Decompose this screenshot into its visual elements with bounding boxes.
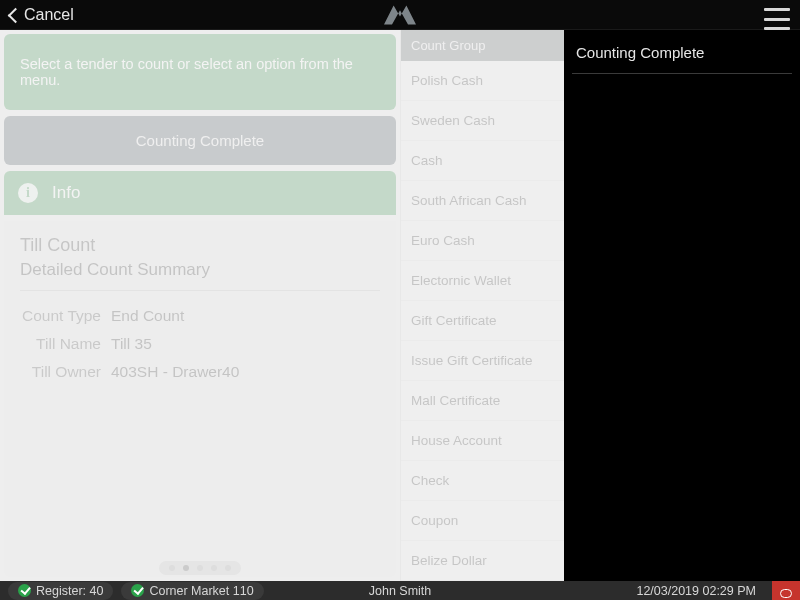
till-owner-label: Till Owner — [22, 359, 109, 385]
divider — [572, 73, 792, 74]
counting-complete-label: Counting Complete — [136, 132, 264, 149]
list-item[interactable]: House Account — [401, 421, 564, 461]
list-item[interactable]: Gift Certificate — [401, 301, 564, 341]
till-name-value: Till 35 — [111, 331, 239, 357]
status-user: John Smith — [369, 584, 432, 598]
app-logo — [384, 5, 416, 25]
list-item[interactable]: Sweden Cash — [401, 101, 564, 141]
cancel-button[interactable]: Cancel — [0, 6, 74, 24]
store-chip[interactable]: Corner Market 110 — [121, 582, 263, 600]
register-chip[interactable]: Register: 40 — [8, 582, 113, 600]
check-icon — [18, 584, 31, 597]
till-owner-value: 403SH - Drawer40 — [111, 359, 239, 385]
counting-complete-button[interactable]: Counting Complete — [4, 116, 396, 165]
store-label: Corner Market 110 — [149, 584, 253, 598]
list-item[interactable]: Issue Gift Certificate — [401, 341, 564, 381]
oracle-icon — [780, 589, 792, 598]
status-bar: Register: 40 Corner Market 110 John Smit… — [0, 581, 800, 600]
list-item[interactable]: Mall Certificate — [401, 381, 564, 421]
info-icon: i — [18, 183, 38, 203]
page-indicator — [159, 561, 241, 575]
list-item[interactable]: Polish Cash — [401, 61, 564, 101]
list-item[interactable]: Euro Cash — [401, 221, 564, 261]
register-label: Register: 40 — [36, 584, 103, 598]
right-panel-title[interactable]: Counting Complete — [564, 30, 800, 73]
list-item[interactable]: Cash — [401, 141, 564, 181]
hamburger-menu-button[interactable] — [764, 8, 790, 30]
details-title: Till Count — [20, 235, 380, 256]
divider — [20, 290, 380, 291]
left-column: Select a tender to count or select an op… — [0, 30, 400, 581]
info-header: i Info — [4, 171, 396, 215]
svg-marker-0 — [384, 5, 416, 24]
count-group-list: Count Group Polish CashSweden CashCashSo… — [400, 30, 564, 581]
brand-badge[interactable] — [772, 581, 800, 600]
details-subtitle: Detailed Count Summary — [20, 260, 380, 280]
instruction-banner: Select a tender to count or select an op… — [4, 34, 396, 110]
list-item[interactable]: Check — [401, 461, 564, 501]
list-item[interactable]: Coupon — [401, 501, 564, 541]
list-item[interactable]: South African Cash — [401, 181, 564, 221]
till-name-label: Till Name — [22, 331, 109, 357]
top-bar: Cancel — [0, 0, 800, 30]
status-datetime: 12/03/2019 02:29 PM — [636, 584, 756, 598]
count-type-value: End Count — [111, 303, 239, 329]
info-heading: Info — [52, 183, 80, 203]
count-type-label: Count Type — [22, 303, 109, 329]
list-item[interactable]: Electornic Wallet — [401, 261, 564, 301]
cancel-label: Cancel — [24, 6, 74, 24]
details-panel: Till Count Detailed Count Summary Count … — [4, 221, 396, 577]
chevron-left-icon — [8, 7, 18, 23]
main-area: Select a tender to count or select an op… — [0, 30, 800, 581]
instruction-text: Select a tender to count or select an op… — [20, 56, 353, 88]
right-panel: Counting Complete — [564, 30, 800, 581]
count-group-header: Count Group — [401, 30, 564, 61]
list-item[interactable]: Belize Dollar — [401, 541, 564, 581]
check-icon — [131, 584, 144, 597]
